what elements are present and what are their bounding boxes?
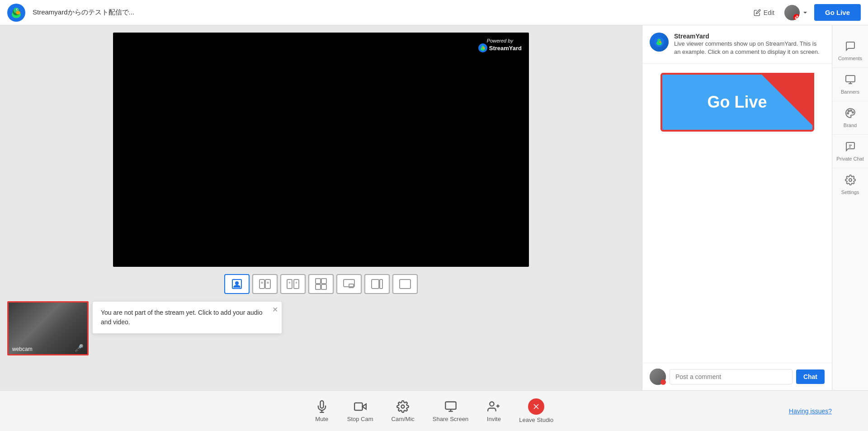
- tooltip-bubble: ✕ You are not part of the stream yet. Cl…: [92, 301, 282, 334]
- layout-pip-button[interactable]: [336, 274, 362, 294]
- powered-by-text: Powered by: [487, 38, 513, 43]
- sidebar-label-private-chat: Private Chat: [836, 156, 864, 161]
- layout-two-button[interactable]: [252, 274, 278, 294]
- share-screen-label: Share Screen: [433, 416, 469, 422]
- leave-studio-label: Leave Studio: [519, 417, 553, 423]
- svg-rect-24: [321, 284, 326, 289]
- header-actions: Edit Go Live: [749, 4, 861, 21]
- tooltip-text: You are not part of the stream yet. Clic…: [101, 308, 274, 327]
- main-content: Powered by StreamYard: [0, 25, 868, 390]
- banners-icon: [845, 74, 856, 87]
- svg-point-33: [659, 41, 661, 43]
- leave-studio-action[interactable]: Leave Studio: [519, 398, 553, 423]
- comment-input[interactable]: [670, 369, 793, 384]
- go-live-banner[interactable]: Go Live: [660, 73, 814, 132]
- user-avatar-group[interactable]: [784, 5, 809, 20]
- powered-by: Powered by StreamYard: [478, 38, 522, 52]
- svg-rect-22: [321, 279, 326, 284]
- private-chat-icon: [845, 141, 856, 154]
- chat-button[interactable]: Chat: [796, 369, 825, 384]
- svg-point-48: [401, 405, 405, 408]
- svg-rect-28: [380, 279, 382, 289]
- streamyard-message-content: StreamYard Live viewer comments show up …: [674, 33, 825, 56]
- svg-rect-47: [354, 403, 363, 410]
- svg-rect-13: [259, 279, 264, 289]
- having-issues-link[interactable]: Having issues?: [789, 407, 832, 415]
- svg-marker-46: [362, 404, 366, 409]
- comment-area: Chat: [642, 363, 832, 390]
- video-preview: Powered by StreamYard: [113, 33, 529, 267]
- mute-icon: [315, 399, 329, 414]
- go-live-button[interactable]: Go Live: [814, 4, 861, 21]
- sidebar-item-settings[interactable]: Settings: [832, 168, 868, 201]
- layout-two-gap-button[interactable]: [280, 274, 306, 294]
- avatar: [784, 5, 800, 20]
- sidebar-label-brand: Brand: [844, 123, 857, 128]
- sidebar-label-comments: Comments: [838, 56, 862, 61]
- stop-cam-action[interactable]: Stop Cam: [347, 399, 373, 422]
- palette-icon: [845, 108, 856, 121]
- logo-area: Streamyardからのテスト配信で...: [7, 4, 134, 22]
- mute-action[interactable]: Mute: [315, 399, 329, 422]
- webcam-area: webcam 🎤 ✕ You are not part of the strea…: [7, 301, 635, 355]
- svg-point-52: [490, 402, 494, 406]
- right-panel: StreamYard Live viewer comments show up …: [642, 25, 832, 390]
- page-title: Streamyardからのテスト配信で...: [33, 8, 134, 17]
- layout-side-button[interactable]: [364, 274, 390, 294]
- comments-icon: [845, 41, 856, 54]
- sidebar-label-banners: Banners: [841, 89, 859, 95]
- stop-cam-label: Stop Cam: [347, 416, 373, 422]
- streamyard-message: StreamYard Live viewer comments show up …: [642, 25, 832, 64]
- invite-label: Invite: [487, 416, 501, 422]
- studio-area: Powered by StreamYard: [0, 25, 642, 390]
- sidebar-item-private-chat[interactable]: Private Chat: [832, 135, 868, 168]
- invite-icon: [486, 399, 501, 414]
- svg-point-43: [849, 179, 852, 181]
- header: Streamyardからのテスト配信で... Edit Go Live: [0, 0, 868, 25]
- layout-four-button[interactable]: [308, 274, 334, 294]
- layout-blank-button[interactable]: [392, 274, 418, 294]
- go-live-banner-text: Go Live: [707, 93, 767, 112]
- streamyard-avatar: [650, 33, 669, 52]
- invite-action[interactable]: Invite: [486, 399, 501, 422]
- mic-icon: 🎤: [75, 344, 84, 352]
- svg-point-37: [850, 110, 852, 111]
- edit-button[interactable]: Edit: [749, 6, 779, 19]
- leave-studio-icon: [528, 398, 544, 415]
- layout-single-button[interactable]: [224, 274, 250, 294]
- streamyard-message-text: Live viewer comments show up on StreamYa…: [674, 40, 825, 56]
- svg-rect-34: [846, 76, 855, 82]
- right-main: StreamYard Live viewer comments show up …: [642, 25, 832, 390]
- svg-rect-21: [316, 279, 321, 284]
- comment-avatar-badge: [660, 379, 666, 385]
- tooltip-close-button[interactable]: ✕: [272, 305, 278, 314]
- svg-rect-17: [287, 279, 292, 289]
- comment-avatar: [650, 369, 666, 385]
- sidebar-item-banners[interactable]: Banners: [832, 68, 868, 101]
- svg-point-10: [482, 47, 485, 49]
- svg-point-40: [847, 113, 849, 114]
- bottom-bar: Mute Stop Cam Cam/Mic Share Screen Invit…: [0, 390, 868, 431]
- svg-point-6: [17, 9, 18, 10]
- cam-mic-action[interactable]: Cam/Mic: [392, 399, 415, 422]
- streamyard-brand: StreamYard: [478, 43, 522, 52]
- sidebar-item-comments[interactable]: Comments: [832, 34, 868, 68]
- go-live-banner-area: Go Live: [642, 64, 832, 363]
- corner-triangle: [760, 73, 814, 127]
- webcam-label: webcam: [12, 346, 33, 352]
- svg-point-38: [852, 112, 854, 113]
- mute-label: Mute: [315, 416, 328, 422]
- svg-rect-27: [372, 279, 379, 289]
- chevron-down-icon: [802, 9, 809, 16]
- sidebar-item-brand[interactable]: Brand: [832, 101, 868, 135]
- svg-rect-14: [265, 279, 270, 289]
- cam-mic-icon: [396, 399, 410, 414]
- icon-sidebar: Comments Banners Brand Private Chat Sett…: [832, 25, 868, 390]
- svg-point-15: [261, 281, 263, 284]
- svg-point-20: [296, 282, 297, 284]
- webcam-tile[interactable]: webcam 🎤: [7, 301, 89, 355]
- share-screen-icon: [443, 399, 458, 414]
- share-screen-action[interactable]: Share Screen: [433, 399, 469, 422]
- sidebar-label-settings: Settings: [841, 189, 859, 195]
- streamyard-name: StreamYard: [674, 33, 825, 40]
